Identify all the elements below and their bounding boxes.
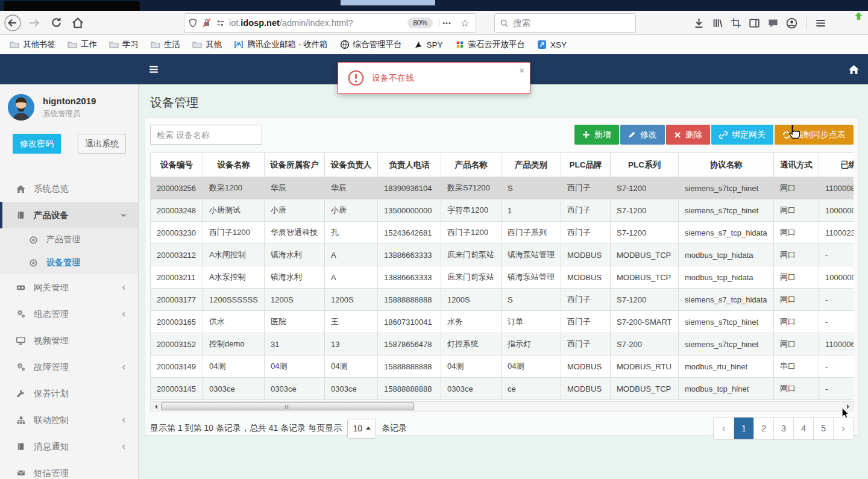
- table-cell: MODBUS_TCP: [611, 244, 679, 266]
- shield-icon[interactable]: [188, 18, 198, 28]
- change-password-button[interactable]: 修改密码: [13, 134, 61, 154]
- url-bar[interactable]: iot.idosp.net/admin/index.html? 80% ••• …: [184, 13, 476, 33]
- column-header[interactable]: 设备所属客户: [265, 153, 325, 177]
- sidebar-item-product-device[interactable]: 产品设备: [0, 202, 138, 228]
- sidebar-item-product-mgmt[interactable]: 产品管理: [0, 228, 138, 251]
- bookmark-star-icon[interactable]: ☆: [458, 17, 472, 30]
- sidebars-icon[interactable]: [749, 17, 760, 29]
- active-tab[interactable]: [4, 1, 140, 11]
- table-row[interactable]: 200003256数采1200华辰华辰18390936104数采S71200S西…: [151, 177, 854, 199]
- table-row[interactable]: 200003152控制demo311315878656478灯控系统指示灯西门子…: [151, 333, 854, 355]
- action-button-delete[interactable]: 删除: [666, 125, 710, 145]
- scroll-left-arrow[interactable]: [151, 402, 160, 411]
- browser-search-bar[interactable]: [494, 13, 636, 33]
- account-icon[interactable]: [786, 17, 797, 29]
- column-header[interactable]: 产品名称: [441, 153, 502, 177]
- page-button-3[interactable]: 3: [773, 418, 793, 439]
- browser-search-input[interactable]: [513, 18, 631, 28]
- bookmark-study[interactable]: 学习: [104, 37, 143, 52]
- sidebar-item-system-overview[interactable]: 系统总览: [0, 175, 138, 202]
- column-header[interactable]: 设备编号: [151, 153, 203, 177]
- screenshot-icon[interactable]: [731, 17, 741, 28]
- back-button[interactable]: [4, 14, 22, 32]
- bookmark-spy[interactable]: SPY: [409, 39, 448, 51]
- bookmark-ys7-open-platform[interactable]: 萤石云开放平台: [450, 37, 530, 52]
- bookmark-other-bookmarks[interactable]: 其他书签: [5, 37, 60, 52]
- page-actions-icon[interactable]: •••: [439, 19, 454, 27]
- table-row[interactable]: 200003211A水泵控制镇海水利A13886663333庶来门前泵站镇海泵站…: [151, 266, 854, 289]
- table-row[interactable]: 2000031450303ce0303ce0303ce1588888888803…: [151, 378, 854, 400]
- table-cell: -: [819, 355, 854, 378]
- alert-close-icon[interactable]: ×: [519, 65, 524, 75]
- bookmark-xsy[interactable]: XSY: [532, 38, 571, 51]
- table-row[interactable]: 200003165供水医院王18607310041水务订单西门子S7-200-S…: [151, 311, 854, 333]
- sidebar-item-gateway-mgmt[interactable]: 网关管理: [0, 274, 138, 301]
- device-search-input[interactable]: [150, 125, 262, 145]
- column-header[interactable]: 已绑定网关: [819, 153, 854, 177]
- sidebar-item-config-mgmt[interactable]: 组态管理: [0, 301, 138, 327]
- scrollbar-thumb[interactable]: [161, 402, 414, 410]
- table-row[interactable]: 20000314904测04测04测1588888888804测04测MODBU…: [151, 355, 854, 378]
- sidebar-item-device-mgmt[interactable]: 设备管理: [0, 251, 138, 274]
- column-header[interactable]: 产品类别: [502, 153, 561, 177]
- sidebar: hignton2019 系统管理员 修改密码 退出系统 系统总览产品设备产品管理…: [0, 84, 139, 479]
- bookmark-misc[interactable]: 其他: [187, 37, 227, 52]
- sidebar-item-maintenance-plan[interactable]: 保养计划: [0, 380, 138, 407]
- page-button-2[interactable]: 2: [753, 418, 773, 439]
- action-button-bind-gateway[interactable]: 绑定网关: [711, 125, 773, 145]
- column-header[interactable]: 协议名称: [679, 153, 774, 177]
- column-header[interactable]: 负责人电话: [378, 153, 441, 177]
- column-header[interactable]: 通讯方式: [774, 153, 819, 177]
- table-cell: S7-1200: [611, 289, 679, 311]
- bookmark-label: 生活: [164, 39, 180, 50]
- table-cell: 华辰: [265, 177, 325, 199]
- horizontal-scrollbar[interactable]: [150, 401, 854, 412]
- table-cell: MODBUS: [561, 266, 611, 289]
- page-button-5[interactable]: 5: [813, 418, 833, 439]
- zoom-level-badge[interactable]: 80%: [407, 17, 433, 28]
- column-header[interactable]: PLC品牌: [561, 153, 611, 177]
- logout-button[interactable]: 退出系统: [78, 134, 126, 154]
- table-row[interactable]: 200003248小唐测试小唐小唐13500000000字符串12001西门子S…: [151, 199, 854, 222]
- bookmark-label: 其他书签: [23, 39, 55, 50]
- table-row[interactable]: 2000031771200SSSSSS1200S1200S15888888888…: [151, 289, 854, 311]
- action-button-add[interactable]: 新增: [574, 125, 619, 145]
- column-header[interactable]: 设备名称: [203, 153, 265, 177]
- table-cell: 0303ce: [203, 378, 265, 400]
- sidebar-item-linkage-control[interactable]: 联动控制: [0, 407, 138, 433]
- column-header[interactable]: PLC系列: [611, 153, 679, 177]
- avatar[interactable]: [8, 94, 34, 121]
- page-button-1[interactable]: 1: [734, 418, 753, 439]
- action-button-force-sync-points[interactable]: 强制同步点表: [775, 125, 854, 145]
- column-header[interactable]: 设备负责人: [325, 153, 378, 177]
- sidebar-item-video-mgmt[interactable]: 视频管理: [0, 327, 138, 354]
- insecure-lock-icon[interactable]: [202, 18, 212, 28]
- table-cell: 华辰: [325, 177, 378, 199]
- reload-button[interactable]: [47, 14, 65, 32]
- plus-icon: [582, 131, 590, 139]
- sidebar-item-sms-mgmt[interactable]: 短信管理: [0, 460, 138, 479]
- sidebar-toggle-icon[interactable]: [146, 62, 161, 77]
- action-button-edit[interactable]: 修改: [620, 125, 665, 145]
- library-icon[interactable]: [712, 17, 723, 29]
- permissions-icon[interactable]: [216, 19, 225, 28]
- page-button-4[interactable]: 4: [793, 418, 813, 439]
- menu-hamburger-icon[interactable]: [815, 17, 826, 29]
- forward-button[interactable]: [25, 14, 43, 32]
- bookmark-mgmt-platform[interactable]: 综合管理平台: [335, 37, 407, 52]
- bookmark-label: SPY: [427, 40, 443, 49]
- sidebar-item-fault-mgmt[interactable]: 故障管理: [0, 354, 138, 380]
- app-home-icon[interactable]: [846, 62, 861, 77]
- chat-bubble-icon[interactable]: [767, 17, 779, 29]
- bookmark-life[interactable]: 生活: [146, 37, 185, 52]
- page-prev-button[interactable]: ‹: [714, 418, 734, 439]
- table-row[interactable]: 200003230西门子1200华辰智通科技孔15243642681西门子120…: [151, 222, 854, 244]
- table-cell: 网口: [774, 378, 819, 400]
- bookmark-tencent-mail[interactable]: 腾讯企业邮箱 - 收件箱: [229, 37, 333, 52]
- bookmark-work[interactable]: 工作: [63, 37, 102, 52]
- table-row[interactable]: 200003212A水闸控制镇海水利A13886663333庶来门前泵站镇海泵站…: [151, 244, 854, 266]
- downloads-icon[interactable]: [693, 17, 705, 29]
- browser-home-button[interactable]: [69, 14, 87, 32]
- page-size-select[interactable]: 10: [347, 419, 376, 439]
- sidebar-item-message-notify[interactable]: 消息通知: [0, 433, 138, 460]
